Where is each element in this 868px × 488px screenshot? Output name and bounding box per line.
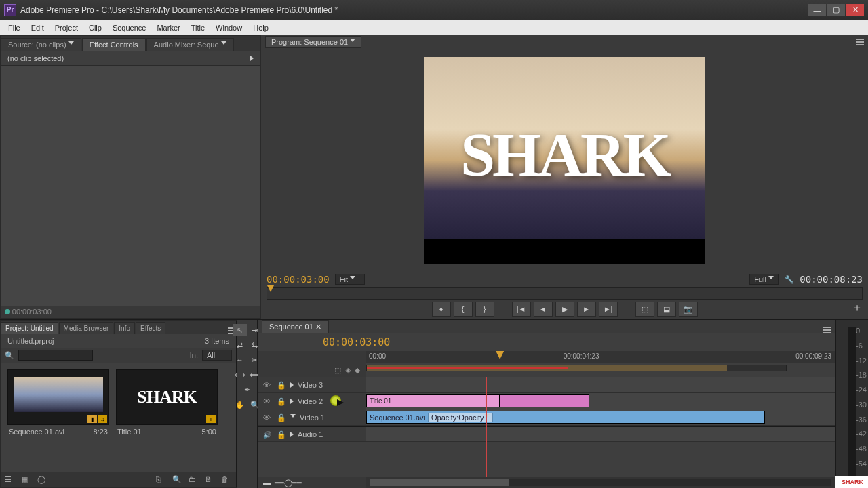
add-marker-button[interactable]: ♦ — [432, 302, 451, 317]
zoom-slider[interactable]: ━━◯━━ — [275, 479, 302, 487]
panel-menu-icon[interactable] — [856, 39, 864, 45]
timeline-clip-title-left[interactable]: Title 01 — [366, 394, 500, 407]
in-filter-select[interactable]: All — [202, 350, 232, 361]
program-timecode-current[interactable]: 00:00:03:00 — [267, 274, 330, 285]
tab-project[interactable]: Project: Untitled — [1, 322, 58, 334]
list-view-icon[interactable]: ☰ — [5, 475, 16, 485]
clip-effect-label[interactable]: Opacity:Opacity — [428, 413, 493, 422]
close-button[interactable]: ✕ — [846, 4, 864, 16]
record-indicator-icon — [5, 309, 10, 314]
playhead-top-icon[interactable] — [496, 351, 504, 359]
timeline-ruler[interactable]: 00:00 00:00:04:23 00:00:09:23 — [366, 351, 835, 363]
tab-source[interactable]: Source: (no clips) — [1, 38, 81, 51]
menu-clip[interactable]: Clip — [83, 22, 107, 33]
toggle-track-output-icon[interactable]: 👁 — [263, 381, 273, 389]
program-timecode-duration: 00:00:08:23 — [800, 274, 863, 285]
toggle-track-output-icon[interactable]: 👁 — [263, 413, 273, 422]
toggle-sync-lock-icon[interactable]: 🔒 — [277, 430, 286, 439]
playhead-marker-icon[interactable] — [267, 285, 274, 292]
step-forward-button[interactable]: ► — [577, 302, 596, 317]
project-search-input[interactable] — [18, 350, 93, 361]
collapse-track-icon[interactable] — [290, 432, 294, 437]
snap-icon[interactable]: ⬚ — [334, 366, 341, 375]
bin-item-name: Title 01 — [117, 428, 142, 436]
tab-program[interactable]: Program: Sequence 01 — [265, 36, 361, 48]
ruler-tick: 00:00:04:23 — [564, 352, 599, 360]
toggle-sync-lock-icon[interactable]: 🔒 — [277, 413, 286, 422]
mouse-cursor-icon — [330, 395, 341, 406]
zoom-fit-select[interactable]: Fit — [335, 274, 365, 285]
pen-tool-icon[interactable]: ✒ — [241, 384, 254, 396]
toggle-sync-lock-icon[interactable]: 🔒 — [277, 381, 286, 389]
timeline-clip-sequence[interactable]: Sequence 01.avi Opacity:Opacity — [366, 411, 765, 424]
tab-effects[interactable]: Effects — [136, 322, 165, 334]
tab-sequence[interactable]: Sequence 01 ✕ — [262, 320, 329, 333]
timeline-timecode[interactable]: 00:00:03:00 — [323, 336, 390, 348]
collapse-track-icon[interactable] — [290, 382, 294, 388]
resolution-select[interactable]: Full — [749, 274, 779, 285]
chevron-down-icon — [350, 276, 355, 282]
find-icon[interactable]: 🔍 — [172, 475, 183, 485]
search-icon[interactable]: 🔍 — [5, 351, 14, 360]
in-point-label: In: — [190, 351, 198, 359]
delete-icon[interactable]: 🗑 — [221, 475, 232, 485]
mark-in-button[interactable]: { — [454, 302, 473, 317]
button-editor-icon[interactable]: ＋ — [850, 301, 864, 314]
menu-file[interactable]: File — [3, 22, 26, 33]
effect-controls-status: (no clip selected) — [7, 54, 64, 62]
go-to-out-button[interactable]: ►| — [599, 302, 618, 317]
toggle-sync-lock-icon[interactable]: 🔒 — [277, 397, 286, 405]
automate-icon[interactable]: ⎘ — [156, 475, 167, 485]
toggle-track-output-icon[interactable]: 👁 — [263, 397, 273, 405]
tab-audio-mixer[interactable]: Audio Mixer: Seque — [146, 38, 234, 51]
lift-button[interactable]: ⬚ — [635, 302, 654, 317]
expand-icon[interactable] — [250, 56, 254, 61]
collapse-track-icon[interactable] — [290, 399, 294, 404]
timeline-h-scrollbar[interactable] — [370, 479, 831, 486]
tab-effect-controls[interactable]: Effect Controls — [82, 38, 146, 51]
new-bin-icon[interactable]: 🗀 — [189, 475, 199, 485]
bin-item[interactable]: SHARK T Title 01 5:00 — [116, 369, 218, 466]
minimize-button[interactable]: — — [808, 4, 826, 16]
export-frame-button[interactable]: 📷 — [679, 302, 698, 317]
track-video-3: 👁🔒Video 3 — [258, 377, 835, 393]
menu-help[interactable]: Help — [248, 22, 274, 33]
menu-project[interactable]: Project — [50, 22, 83, 33]
toggle-track-output-icon[interactable] — [263, 430, 273, 439]
mark-out-button[interactable]: } — [475, 302, 494, 317]
panel-menu-icon[interactable] — [823, 327, 831, 333]
collapse-track-icon[interactable] — [290, 414, 296, 420]
track-audio-1: 🔒Audio 1 — [258, 426, 835, 442]
hand-tool-icon[interactable]: ✋ — [233, 399, 247, 411]
step-back-button[interactable]: ◄ — [534, 302, 553, 317]
menu-edit[interactable]: Edit — [26, 22, 50, 33]
menu-title[interactable]: Title — [186, 22, 210, 33]
play-button[interactable]: ▶ — [555, 302, 574, 317]
slip-tool-icon[interactable]: ⟷ — [233, 369, 247, 381]
zoom-slider[interactable]: ◯— — [37, 475, 48, 485]
tab-media-browser[interactable]: Media Browser — [59, 322, 114, 334]
icon-view-icon[interactable]: ▦ — [21, 475, 32, 485]
sync-lock-icon[interactable]: ◆ — [355, 366, 360, 375]
rate-stretch-tool-icon[interactable]: ↔ — [233, 354, 247, 366]
selection-tool-icon[interactable]: ↖ — [233, 324, 247, 336]
work-area-bar[interactable] — [366, 365, 787, 371]
menu-sequence[interactable]: Sequence — [107, 22, 152, 33]
program-scrubber[interactable] — [267, 287, 863, 300]
menu-window[interactable]: Window — [210, 22, 248, 33]
new-item-icon[interactable]: 🗎 — [205, 475, 216, 485]
tab-info[interactable]: Info — [114, 322, 135, 334]
playhead-line[interactable] — [486, 377, 487, 477]
bin-item[interactable]: ▮♫ Sequence 01.avi 8:23 — [7, 369, 109, 466]
timeline-clip-title-right[interactable] — [500, 394, 589, 407]
extract-button[interactable]: ⬓ — [657, 302, 676, 317]
audio-badge-icon: ♫ — [98, 415, 107, 423]
marker-icon[interactable]: ◈ — [345, 366, 351, 375]
maximize-button[interactable]: ▢ — [827, 4, 845, 16]
zoom-out-icon[interactable]: ▬ — [263, 479, 271, 487]
go-to-in-button[interactable]: |◄ — [512, 302, 531, 317]
program-video-frame[interactable]: SHARK — [424, 57, 705, 264]
ripple-edit-tool-icon[interactable]: ⇄ — [233, 339, 247, 351]
menu-marker[interactable]: Marker — [151, 22, 185, 33]
settings-wrench-icon[interactable]: 🔧 — [785, 275, 794, 284]
